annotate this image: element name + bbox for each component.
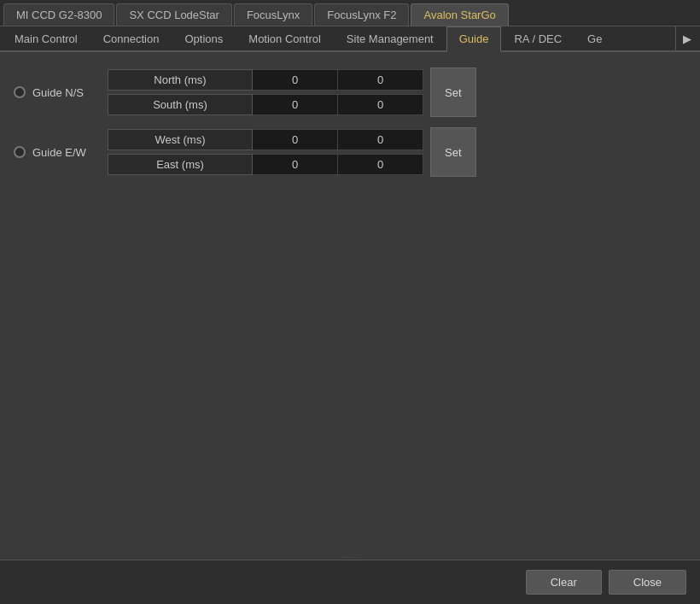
guide-ew-radio[interactable] — [14, 146, 26, 158]
guide-ns-group: Guide N/S North (ms) 0 0 South (ms) 0 0 … — [14, 67, 686, 117]
guide-west-row: West (ms) 0 0 — [108, 129, 423, 150]
device-tab-sx-ccd[interactable]: SX CCD LodeStar — [116, 3, 232, 26]
guide-ew-fields: West (ms) 0 0 East (ms) 0 0 — [108, 129, 423, 175]
guide-ns-label: Guide N/S — [14, 86, 108, 99]
west-value2: 0 — [338, 129, 423, 150]
east-label: East (ms) — [108, 154, 253, 175]
device-tab-focuslynx-f2[interactable]: FocusLynx F2 — [314, 3, 409, 26]
north-label: North (ms) — [108, 69, 253, 91]
close-button[interactable]: Close — [609, 570, 686, 595]
panel-tabs: Main Control Connection Options Motion C… — [0, 26, 700, 52]
clear-button[interactable]: Clear — [526, 570, 602, 595]
north-value1: 0 — [253, 69, 338, 91]
guide-ew-group: Guide E/W West (ms) 0 0 East (ms) 0 0 Se… — [14, 127, 686, 177]
guide-ns-text: Guide N/S — [32, 86, 84, 99]
guide-east-row: East (ms) 0 0 — [108, 154, 423, 175]
west-label: West (ms) — [108, 129, 253, 150]
bottom-bar: Clear Close — [0, 560, 700, 604]
east-value2: 0 — [338, 154, 423, 175]
device-tabs: MI CCD G2-8300 SX CCD LodeStar FocusLynx… — [0, 0, 700, 26]
device-tab-focuslynx[interactable]: FocusLynx — [234, 3, 312, 26]
guide-ew-label: Guide E/W — [14, 146, 108, 159]
tab-ra-dec[interactable]: RA / DEC — [501, 26, 575, 50]
tab-guide[interactable]: Guide — [446, 26, 502, 52]
tab-options[interactable]: Options — [172, 26, 236, 50]
tab-ge[interactable]: Ge — [575, 26, 615, 50]
west-value1: 0 — [253, 129, 338, 150]
resize-handle: ..... — [342, 550, 359, 560]
north-value2: 0 — [338, 69, 423, 91]
guide-ns-fields: North (ms) 0 0 South (ms) 0 0 — [108, 69, 423, 115]
guide-ns-set-button[interactable]: Set — [430, 67, 476, 117]
tab-connection[interactable]: Connection — [90, 26, 172, 50]
device-tab-avalon-stargo[interactable]: Avalon StarGo — [411, 3, 508, 26]
east-value1: 0 — [253, 154, 338, 175]
guide-south-row: South (ms) 0 0 — [108, 94, 423, 115]
tab-main-control[interactable]: Main Control — [2, 26, 90, 50]
south-value2: 0 — [338, 94, 423, 115]
guide-ns-radio[interactable] — [14, 86, 26, 98]
guide-ew-text: Guide E/W — [32, 146, 86, 159]
south-label: South (ms) — [108, 94, 253, 115]
main-content: Guide N/S North (ms) 0 0 South (ms) 0 0 … — [0, 52, 700, 547]
tab-site-management[interactable]: Site Management — [334, 26, 446, 50]
tab-motion-control[interactable]: Motion Control — [236, 26, 334, 50]
south-value1: 0 — [253, 94, 338, 115]
guide-north-row: North (ms) 0 0 — [108, 69, 423, 91]
device-tab-mi-ccd[interactable]: MI CCD G2-8300 — [3, 3, 114, 26]
guide-ew-set-button[interactable]: Set — [430, 127, 476, 177]
tabs-scroll-right[interactable]: ▶ — [675, 26, 698, 50]
